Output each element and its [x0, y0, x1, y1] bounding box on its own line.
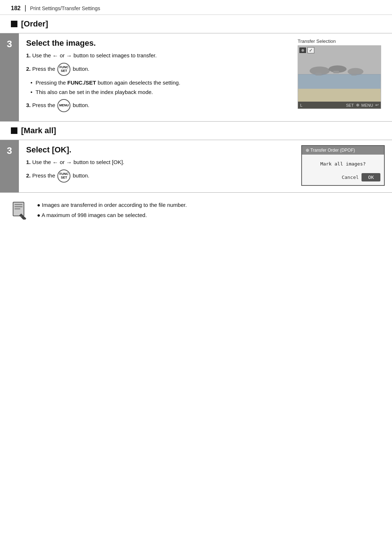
step3-order-title: Select the images. — [26, 38, 289, 48]
or-text-2: or — [60, 159, 66, 165]
step3-order-list-2: 3. Press the MENU button. — [26, 99, 289, 112]
transfer-selection-panel: Transfer Selection — [298, 38, 385, 115]
step3-order-number: 3 — [0, 33, 19, 121]
bottom-bar-set: SET — [346, 103, 354, 107]
note-text-block: Images are transferred in order accordin… — [37, 201, 187, 221]
step3-order-content: Select the images. 1. Use the ← or → but… — [19, 33, 392, 121]
svg-rect-6 — [315, 73, 322, 75]
transfer-selection-label: Transfer Selection — [298, 38, 385, 44]
svg-rect-13 — [15, 208, 20, 209]
step3-mark-instruction-2: 2. Press the FUNCSET button. — [26, 169, 293, 183]
step3-mark-title: Select [OK]. — [26, 145, 293, 155]
step3-order-list: 1. Use the ← or → button to select image… — [26, 52, 289, 76]
step3-mark-instruction-1: 1. Use the ← or → button to select [OK]. — [26, 158, 293, 167]
bottom-bar-menu: MENU — [362, 103, 373, 107]
dialog-cancel-label: Cancel — [342, 175, 359, 180]
dialog-footer: Cancel OK — [302, 170, 384, 185]
svg-rect-12 — [15, 206, 23, 207]
transfer-icon: ⊕ — [299, 48, 306, 53]
step3-order-block: 3 Select the images. 1. Use the ← or → b… — [0, 33, 392, 122]
step3-order-bullets: Pressing the FUNC./SET button again dese… — [30, 79, 289, 97]
arrow-left-icon: ← — [53, 53, 58, 59]
check-mark-icon: ✓ — [307, 47, 314, 53]
step3-order-text: Select the images. 1. Use the ← or → but… — [26, 38, 289, 115]
transfer-overlay-top: ⊕ ✓ — [299, 47, 314, 53]
or-text-1: or — [60, 52, 66, 58]
svg-rect-7 — [333, 71, 339, 73]
transfer-image-box: ⊕ ✓ L SET ⊕ MENU ↩ — [298, 45, 381, 109]
dialog-body: Mark all images? — [302, 155, 384, 170]
note-line-1: Images are transferred in order accordin… — [37, 201, 187, 209]
bullet-1: Pressing the FUNC./SET button again dese… — [30, 79, 289, 87]
arrow-right-icon-2: → — [66, 160, 72, 166]
step3-mark-block: 3 Select [OK]. 1. Use the ← or → button … — [0, 140, 392, 193]
transfer-order-dialog: ⊕ Transfer Order (DPOF) Mark all images?… — [301, 145, 385, 186]
step3-mark-content: Select [OK]. 1. Use the ← or → button to… — [19, 140, 392, 192]
step3-order-instruction-1: 1. Use the ← or → button to select image… — [26, 52, 289, 60]
arrow-left-icon-2: ← — [53, 160, 58, 166]
mark-all-section-title: [Mark all] — [21, 126, 56, 135]
order-section-header: [Order] — [0, 15, 392, 33]
bottom-bar-l: L — [300, 103, 302, 107]
section-square-icon — [11, 21, 17, 27]
step3-order-instruction-2: 2. Press the FUNCSET button. — [26, 63, 289, 76]
page-number: 182 — [11, 5, 26, 12]
dialog-header: ⊕ Transfer Order (DPOF) — [302, 146, 384, 155]
func-set-button-2: FUNCSET — [57, 169, 70, 183]
note-line-2: A maximum of 998 images can be selected. — [37, 211, 187, 220]
note-block: Images are transferred in order accordin… — [0, 193, 392, 229]
func-set-button-1: FUNCSET — [57, 63, 70, 76]
mark-all-section-header: [Mark all] — [0, 122, 392, 140]
mark-all-square-icon — [11, 127, 17, 134]
bottom-bar-plus: ⊕ — [356, 103, 359, 107]
step3-mark-number: 3 — [0, 140, 19, 192]
menu-button-1: MENU — [57, 99, 70, 112]
bullet-2: This also can be set in the index playba… — [30, 88, 289, 96]
beach-scene-svg — [298, 46, 381, 109]
arrow-right-icon: → — [66, 53, 72, 59]
dialog-ok-button[interactable]: OK — [362, 173, 380, 181]
svg-rect-11 — [15, 204, 23, 205]
page-title: Print Settings/Transfer Settings — [30, 5, 100, 11]
note-icon — [11, 201, 30, 220]
step3-mark-text: Select [OK]. 1. Use the ← or → button to… — [26, 145, 293, 186]
transfer-bottom-bar: L SET ⊕ MENU ↩ — [298, 102, 381, 109]
bottom-bar-back: ↩ — [375, 103, 379, 107]
step3-mark-list: 1. Use the ← or → button to select [OK].… — [26, 158, 293, 183]
page-header: 182 Print Settings/Transfer Settings — [0, 0, 392, 15]
step3-order-instruction-3: 3. Press the MENU button. — [26, 99, 289, 112]
order-section-title: [Order] — [21, 19, 48, 29]
